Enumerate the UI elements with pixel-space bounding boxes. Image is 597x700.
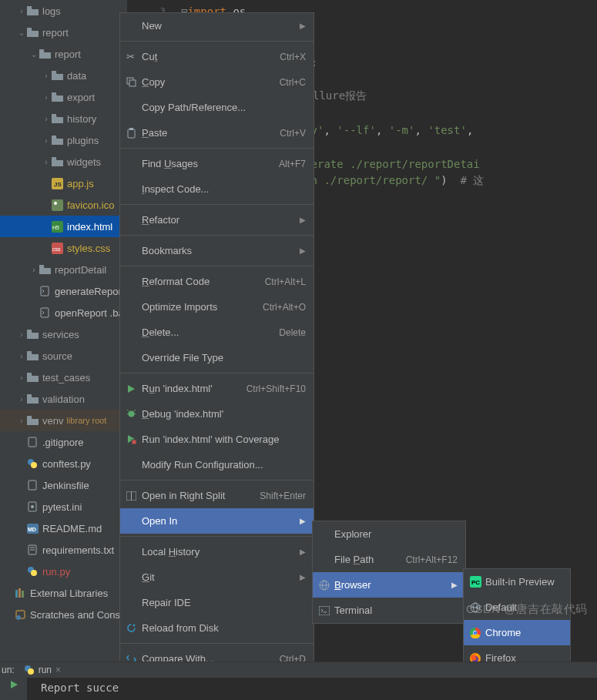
menu-item-reformat-code[interactable]: Reformat CodeCtrl+Alt+L <box>120 269 314 294</box>
svg-text:MD: MD <box>28 527 36 532</box>
menu-item-cut[interactable]: ✂CutCtrl+X <box>120 44 314 69</box>
py-icon <box>26 565 39 578</box>
tree-item-conftest-py[interactable]: conftest.py <box>0 453 127 474</box>
tree-item-index-html[interactable]: H5index.html <box>0 216 127 237</box>
menu-item-default[interactable]: Default <box>464 594 570 620</box>
chevron-icon[interactable]: › <box>17 395 26 404</box>
chevron-icon[interactable]: › <box>17 417 26 425</box>
cut-icon: ✂ <box>126 51 142 62</box>
debug-icon <box>126 409 142 419</box>
tree-item-widgets[interactable]: ›widgets <box>0 151 127 172</box>
menu-item-find-usages[interactable]: Find UsagesAlt+F7 <box>120 151 314 176</box>
svg-rect-4 <box>52 92 56 95</box>
chevron-icon[interactable]: › <box>42 93 51 102</box>
tree-item-label: services <box>42 329 79 340</box>
tree-item-history[interactable]: ›history <box>0 108 127 129</box>
tree-item-pytest-ini[interactable]: pytest.ini <box>0 496 127 517</box>
chevron-icon[interactable]: ⌄ <box>29 50 39 59</box>
separator <box>120 536 314 537</box>
run-icon[interactable] <box>9 680 18 689</box>
tree-item-generateReport[interactable]: generateReport <box>0 280 127 302</box>
tree-item-logs[interactable]: ›logs <box>0 0 127 22</box>
svg-rect-3 <box>52 71 56 73</box>
chevron-icon[interactable]: › <box>17 7 26 15</box>
menu-item-file-path[interactable]: File PathCtrl+Alt+F12 <box>313 547 465 572</box>
tree-item-label: styles.css <box>67 243 110 254</box>
chrome-icon <box>470 628 485 638</box>
browser-submenu[interactable]: PCBuilt-in PreviewDefaultChromeFirefox <box>463 568 571 672</box>
tree-item-reportDetail[interactable]: ›reportDetail <box>0 259 127 280</box>
menu-item-built-in-preview[interactable]: PCBuilt-in Preview <box>464 569 570 594</box>
tree-item-services[interactable]: ›services <box>0 323 127 345</box>
menu-item-delete-[interactable]: Delete...Delete <box>120 320 314 345</box>
context-menu[interactable]: New▶✂CutCtrl+XCopyCtrl+CCopy Path/Refere… <box>119 12 314 672</box>
tree-item-data[interactable]: ›data <box>0 65 127 86</box>
project-tree[interactable]: ›logs⌄report⌄report›data›export›history›… <box>0 0 127 700</box>
menu-item-new[interactable]: New▶ <box>120 13 314 39</box>
menu-item-open-in-right-split[interactable]: Open in Right SplitShift+Enter <box>120 483 314 508</box>
tree-item-source[interactable]: ›source <box>0 345 127 367</box>
tree-item-styles-css[interactable]: cssstyles.css <box>0 237 127 259</box>
tree-item-run-py[interactable]: run.py <box>0 561 127 582</box>
menu-item-open-in[interactable]: Open In▶ <box>120 508 314 534</box>
menu-item-explorer[interactable]: Explorer <box>313 521 465 547</box>
menu-item-debug-index-html-[interactable]: Debug 'index.html' <box>120 401 314 427</box>
chevron-icon[interactable]: › <box>29 266 39 274</box>
menu-item-optimize-imports[interactable]: Optimize ImportsCtrl+Alt+O <box>120 294 314 320</box>
chevron-icon[interactable]: › <box>42 158 51 166</box>
tree-item-report[interactable]: ⌄report <box>0 22 127 43</box>
ico-icon <box>51 199 63 211</box>
chevron-icon[interactable]: › <box>42 136 51 145</box>
menu-item-label: Run 'index.html' with Coverage <box>142 434 306 445</box>
menu-item-local-history[interactable]: Local History▶ <box>120 539 314 564</box>
menu-item-copy-path-reference-[interactable]: Copy Path/Reference... <box>120 95 314 120</box>
chevron-icon[interactable]: ⌄ <box>17 28 26 37</box>
tree-item-Jenkinsfile[interactable]: Jenkinsfile <box>0 474 127 496</box>
chevron-icon[interactable]: › <box>42 115 51 123</box>
menu-item-override-file-type[interactable]: Override File Type <box>120 345 314 370</box>
tree-item-venv[interactable]: ›venvlibrary root <box>0 410 127 431</box>
menu-item-label: Copy Path/Reference... <box>142 102 306 113</box>
tree-item--gitignore[interactable]: .gitignore <box>0 431 127 453</box>
menu-item-refactor[interactable]: Refactor▶ <box>120 207 314 233</box>
open-in-submenu[interactable]: ExplorerFile PathCtrl+Alt+F12Browser▶Ter… <box>312 521 466 624</box>
menu-item-reload-from-disk[interactable]: Reload from Disk <box>120 615 314 641</box>
tree-item-requirements-txt[interactable]: requirements.txt <box>0 539 127 561</box>
menu-item-browser[interactable]: Browser▶ <box>313 572 465 598</box>
menu-item-terminal[interactable]: Terminal <box>313 598 465 623</box>
tree-item-Scratches-and-Consol[interactable]: Scratches and Consol <box>0 604 127 625</box>
menu-item-paste[interactable]: PasteCtrl+V <box>120 120 314 146</box>
close-icon[interactable]: × <box>55 665 61 675</box>
tree-item-plugins[interactable]: ›plugins <box>0 129 127 151</box>
tree-item-report[interactable]: ⌄report <box>0 43 127 65</box>
menu-item-bookmarks[interactable]: Bookmarks▶ <box>120 238 314 263</box>
tree-item-README-md[interactable]: MDREADME.md <box>0 517 127 539</box>
menu-item-run-index-html-with-coverage[interactable]: Run 'index.html' with Coverage <box>120 427 314 452</box>
chevron-icon[interactable]: › <box>17 373 26 382</box>
chevron-icon[interactable]: › <box>42 72 51 80</box>
tree-item-favicon-ico[interactable]: favicon.ico <box>0 194 127 216</box>
menu-item-repair-ide[interactable]: Repair IDE <box>120 590 314 615</box>
menu-item-git[interactable]: Git▶ <box>120 564 314 590</box>
menu-item-chrome[interactable]: Chrome <box>464 620 570 645</box>
tree-item-openReport-ba[interactable]: openReport .ba <box>0 302 127 323</box>
chevron-icon[interactable]: › <box>17 330 26 339</box>
tree-item-validation[interactable]: ›validation <box>0 388 127 410</box>
separator <box>120 266 314 266</box>
paste-icon <box>126 128 142 139</box>
svg-rect-0 <box>27 6 32 8</box>
menu-item-run-index-html-[interactable]: Run 'index.html'Ctrl+Shift+F10 <box>120 376 314 401</box>
menu-item-copy[interactable]: CopyCtrl+C <box>120 69 314 95</box>
chevron-icon[interactable]: › <box>17 352 26 360</box>
tree-item-export[interactable]: ›export <box>0 86 127 108</box>
txt-icon <box>26 544 39 556</box>
tree-item-test_cases[interactable]: ›test_cases <box>0 367 127 388</box>
menu-item-modify-run-configuration-[interactable]: Modify Run Configuration... <box>120 452 314 477</box>
submenu-arrow-icon: ▶ <box>300 573 306 581</box>
svg-rect-22 <box>27 394 32 397</box>
tree-item-External-Libraries[interactable]: External Libraries <box>0 582 127 604</box>
menu-item-inspect-code-[interactable]: Inspect Code... <box>120 176 314 202</box>
console[interactable]: Report succe <box>0 678 597 700</box>
tree-item-app-js[interactable]: JSapp.js <box>0 172 127 194</box>
run-tab[interactable]: run × <box>18 665 67 675</box>
